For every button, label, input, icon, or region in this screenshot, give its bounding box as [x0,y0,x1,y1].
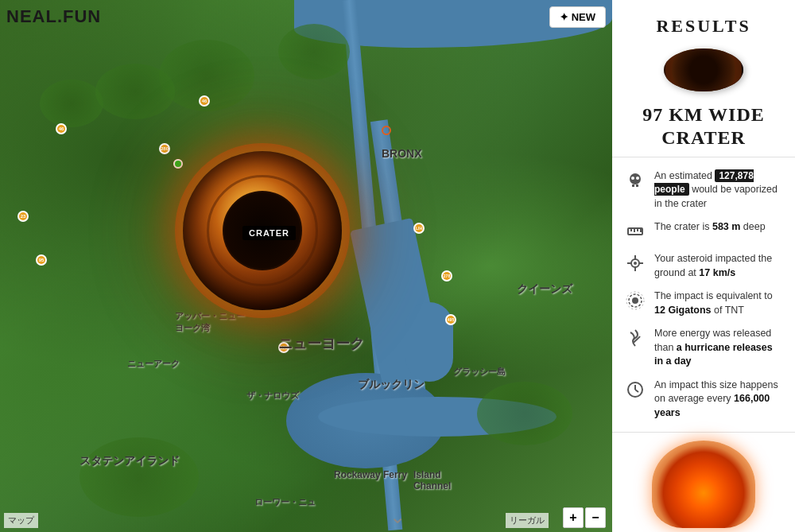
forest-5 [80,437,199,517]
svg-point-11 [634,262,637,265]
speed-value: 17 km/s [699,267,735,278]
map-attribution: マップ [4,513,38,528]
forest-6 [477,382,572,445]
explosion-icon [624,289,646,312]
zoom-out-button[interactable]: − [585,507,606,528]
stat-energy: The impact is equivalent to 12 Gigatons … [624,289,783,317]
stat-depth: The crater is 583 m deep [624,220,783,243]
forest-4 [278,24,350,80]
logo[interactable]: NEAL.FUN [6,6,101,27]
crater-size-label: 97 KM WIDECRATER [612,99,795,153]
stats-list: An estimated 127,878 people would be vap… [612,161,795,429]
forest-3 [95,64,175,119]
svg-point-4 [636,177,639,180]
map-legal: リーガル [506,513,549,528]
highway-278: 278 [278,342,289,353]
zoom-controls[interactable]: + − [563,507,606,528]
stat-vaporized-text: An estimated 127,878 people would be vap… [654,169,783,212]
highway-46: 46 [199,95,210,107]
stat-hurricane: More energy was released than a hurrican… [624,327,783,369]
stat-vaporized: An estimated 127,878 people would be vap… [624,169,783,212]
highway-278b: 278 [441,270,452,282]
results-panel: RESULTS 97 KM WIDECRATER An estimated 12… [612,0,795,532]
map-container[interactable]: 23 95 78 46 46 280 1 278 LIH 278 495 CRA… [0,0,612,532]
stat-speed-text: Your asteroid impacted the ground at 17 … [654,252,783,280]
skull-icon [624,169,646,192]
highway-46b: 46 [56,123,67,134]
stat-frequency: An impact this size happens on average e… [624,379,783,421]
green-location-dot [173,159,183,169]
location-pin-1 [382,126,391,135]
ruler-icon [624,220,646,243]
stat-depth-text: The crater is 583 m deep [654,220,766,235]
new-button[interactable]: ✦ NEW [549,6,606,28]
crater-image [664,49,743,91]
stat-speed: Your asteroid impacted the ground at 17 … [624,252,783,280]
stat-hurricane-text: More energy was released than a hurrican… [654,327,783,369]
clock-icon [624,379,646,401]
highway-95: 95 [36,254,47,266]
depth-value: 583 m [712,221,740,232]
highway-495: 495 [445,314,456,325]
lower-bay [405,302,453,382]
highway-lh: LIH [413,223,425,234]
people-count: 127,878 people [654,169,754,196]
zoom-in-button[interactable]: + [563,507,584,528]
divider-top [612,157,795,157]
hurricane-value: a hurricane releases in a day [654,342,773,367]
energy-value: 12 Gigatons [654,305,712,316]
divider-bottom [612,432,795,433]
hurricane-icon [624,327,646,349]
svg-rect-1 [632,184,634,187]
svg-rect-2 [636,184,638,187]
explosion-cloud [652,441,755,528]
frequency-value: 166,000 years [654,393,770,418]
svg-point-16 [632,297,638,304]
highway-280: 280 [159,143,170,154]
svg-point-3 [631,177,634,180]
impact-icon [624,252,646,274]
forest-1 [40,80,103,127]
stat-frequency-text: An impact this size happens on average e… [654,379,783,421]
stat-energy-text: The impact is equivalent to 12 Gigatons … [654,289,783,317]
results-title: RESULTS [612,0,795,41]
svg-line-21 [635,390,638,392]
svg-point-0 [630,173,641,184]
crater-label: CRATER [242,226,296,240]
explosion-preview [648,441,759,528]
highway-23: 23 [17,211,29,222]
